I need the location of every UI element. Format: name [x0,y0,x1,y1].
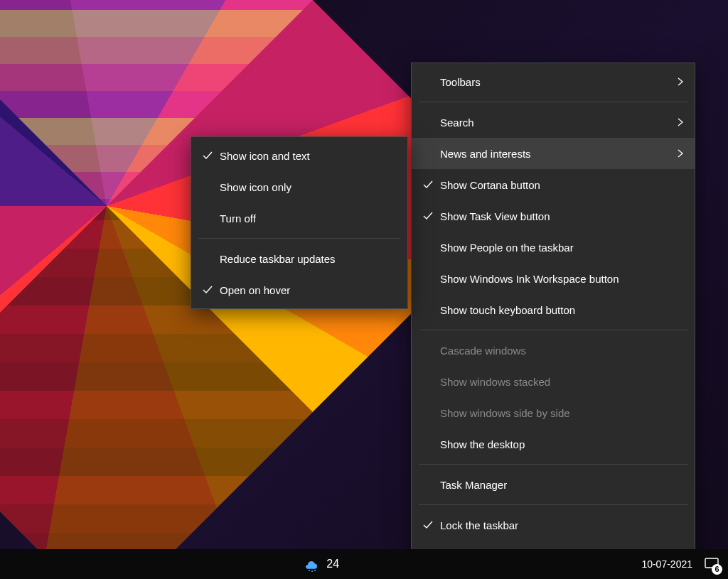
svg-point-3 [314,570,316,571]
menu-label: Show windows stacked [437,376,669,388]
menu-label: Reduce taskbar updates [217,253,397,265]
checkmark-icon [198,150,217,161]
menu-item-toolbars[interactable]: Toolbars [412,66,695,97]
menu-label: Toolbars [437,76,669,88]
menu-item-task-view[interactable]: Show Task View button [412,200,695,232]
menu-separator [419,504,687,505]
action-center-icon[interactable]: 6 [704,556,719,572]
checkmark-icon [419,179,437,190]
menu-label: News and interests [437,148,669,160]
menu-label: Task Manager [437,479,669,491]
menu-item-cortana[interactable]: Show Cortana button [412,169,695,200]
menu-label: Show Cortana button [437,179,669,191]
chevron-right-icon [669,118,685,126]
checkmark-icon [198,284,217,296]
menu-separator [419,330,687,330]
menu-separator [419,464,687,465]
taskbar-context-menu: Toolbars Search News and interests Show … [411,63,695,575]
svg-point-1 [309,570,310,571]
menu-label: Show the desktop [437,438,669,450]
menu-label: Show icon only [217,181,397,193]
menu-label: Turn off [217,212,397,224]
menu-item-news-interests[interactable]: News and interests [412,138,695,169]
menu-label: Search [437,117,669,129]
menu-label: Cascade windows [437,345,669,357]
menu-item-task-manager[interactable]: Task Manager [412,469,695,500]
menu-item-lock-taskbar[interactable]: Lock the taskbar [412,509,695,541]
menu-item-cascade: Cascade windows [412,335,695,366]
checkmark-icon [419,519,437,531]
news-interests-submenu: Show icon and text Show icon only Turn o… [191,136,408,309]
menu-item-show-desktop[interactable]: Show the desktop [412,428,695,460]
checkmark-icon [419,210,437,222]
menu-item-people[interactable]: Show People on the taskbar [412,232,695,263]
menu-label: Lock the taskbar [437,519,669,531]
menu-separator [419,102,687,102]
menu-label: Show Windows Ink Workspace button [437,273,669,285]
taskbar[interactable]: 24 10-07-2021 6 [0,549,728,579]
submenu-item-open-on-hover[interactable]: Open on hover [191,274,407,305]
menu-label: Show Task View button [437,210,669,222]
menu-label: Show icon and text [217,150,397,162]
submenu-item-reduce-updates[interactable]: Reduce taskbar updates [191,243,407,274]
menu-separator [198,238,400,239]
menu-item-search[interactable]: Search [412,107,695,138]
svg-point-2 [311,570,313,572]
menu-label: Open on hover [217,284,397,296]
menu-label: Show windows side by side [437,407,669,419]
chevron-right-icon [669,149,685,158]
menu-item-side-by-side: Show windows side by side [412,397,695,428]
menu-item-ink-workspace[interactable]: Show Windows Ink Workspace button [412,263,695,294]
taskbar-date[interactable]: 10-07-2021 [641,558,692,570]
weather-rain-icon[interactable] [302,556,321,572]
menu-label: Show People on the taskbar [437,242,669,254]
menu-item-stacked: Show windows stacked [412,366,695,397]
notification-count: 6 [712,564,722,575]
submenu-item-show-icon-text[interactable]: Show icon and text [191,140,407,171]
menu-label: Show touch keyboard button [437,304,669,316]
submenu-item-show-icon-only[interactable]: Show icon only [191,171,407,202]
chevron-right-icon [669,77,685,86]
weather-temperature[interactable]: 24 [326,558,339,570]
submenu-item-turn-off[interactable]: Turn off [191,202,407,234]
menu-item-touch-keyboard[interactable]: Show touch keyboard button [412,294,695,325]
